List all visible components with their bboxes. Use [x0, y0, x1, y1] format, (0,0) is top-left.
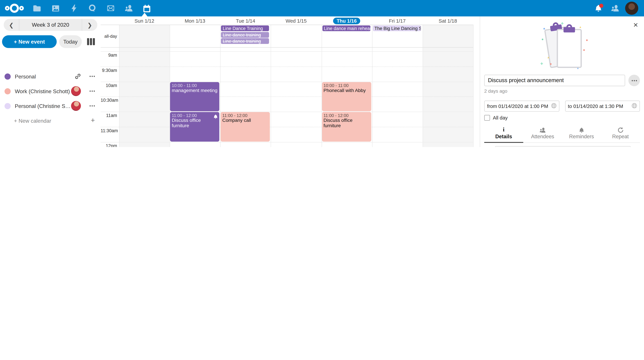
editor-tabs: iDetailsAttendeesRemindersRepeat [484, 125, 640, 143]
mail-app-icon[interactable] [105, 3, 116, 13]
end-datetime-value: to 01/14/2020 at 1:30 PM [568, 103, 632, 109]
tab-label: Reminders [562, 134, 601, 139]
all-day-label: all-day [100, 34, 117, 38]
all-day-event[interactable]: Line dance main rehearsal [322, 25, 370, 31]
day-header[interactable]: Wed 1/15 [271, 17, 322, 24]
activity-app-icon[interactable] [68, 3, 79, 13]
timezone-globe-icon[interactable] [632, 103, 637, 109]
tab-details[interactable]: iDetails [484, 125, 523, 142]
calendar-app-icon[interactable] [141, 3, 152, 13]
all-day-event[interactable]: The Big Line Dancing Show [373, 25, 421, 31]
active-app-indicator [142, 13, 148, 16]
contacts-app-icon[interactable] [123, 3, 134, 13]
calendar-name-label: Personal [15, 73, 36, 79]
timezone-globe-icon[interactable] [551, 103, 556, 109]
calendar-event[interactable]: 11:00 - 12:00Discuss office furniture [170, 112, 219, 141]
end-datetime-field[interactable]: to 01/14/2020 at 1:30 PM [565, 101, 640, 112]
all-day-checkbox[interactable] [484, 115, 490, 121]
calendar-list-item[interactable]: Personal (Christine Schott) [0, 98, 100, 113]
time-label: 12pm [100, 143, 117, 147]
event-title-label: management meeting [172, 88, 218, 93]
location-input[interactable]: Add a location [495, 146, 631, 147]
calendar-name-label: Personal (Christine Schott) [15, 103, 72, 109]
next-week-button[interactable]: ❯ [82, 22, 98, 28]
notification-badge [599, 3, 603, 7]
calendar-name-label: Work (Christine Schott) [15, 88, 70, 94]
calendar-event[interactable]: 11:00 - 12:00Discuss office furniture [322, 112, 371, 141]
week-label[interactable]: Week 3 of 2020 [19, 19, 82, 31]
event-editor-panel: ✕ [480, 16, 644, 147]
nextcloud-logo-icon[interactable] [4, 3, 24, 13]
tab-reminders[interactable]: Reminders [562, 125, 601, 142]
time-label: 9:30am [100, 68, 117, 72]
day-header[interactable]: Thu 1/16 [321, 17, 372, 24]
tab-label: Details [484, 134, 523, 139]
event-actions-menu-button[interactable] [628, 75, 640, 86]
all-day-event[interactable]: Line dance training [221, 32, 269, 37]
event-title-label: Phonecall with Abby [324, 88, 370, 93]
day-header[interactable]: Mon 1/13 [170, 17, 220, 24]
calendar-color-dot [4, 88, 11, 94]
day-header[interactable]: Fri 1/17 [372, 17, 422, 24]
plus-icon: + [91, 117, 95, 125]
calendar-actions-menu-icon[interactable] [90, 76, 95, 77]
all-day-event[interactable]: Line dance training [221, 38, 269, 44]
day-header[interactable]: Sat 1/18 [422, 17, 473, 24]
calendar-list-item[interactable]: Work (Christine Schott) [0, 84, 100, 98]
column-divider [473, 25, 474, 147]
new-calendar-button[interactable]: + New calendar+ [0, 113, 100, 128]
time-label: 10am [100, 83, 117, 88]
contacts-menu-icon[interactable] [610, 3, 620, 13]
event-title-label: Discuss office furniture [172, 118, 218, 129]
share-link-icon[interactable] [75, 73, 81, 79]
event-title-label: Company call [222, 118, 268, 123]
close-icon[interactable]: ✕ [633, 21, 638, 29]
today-pill: Thu 1/16 [333, 17, 360, 24]
column-divider [271, 25, 271, 147]
column-divider [422, 25, 423, 147]
day-header[interactable]: Tue 1/14 [220, 17, 271, 24]
top-bar [0, 0, 644, 16]
event-time-label: 11:00 - 12:00 [222, 113, 268, 118]
owner-avatar[interactable] [71, 86, 81, 96]
view-toggle-icon[interactable] [87, 38, 95, 45]
new-calendar-label: + New calendar [14, 118, 51, 124]
start-datetime-field[interactable]: from 01/14/2020 at 1:00 PM [484, 101, 559, 112]
new-event-button[interactable]: + New event [2, 35, 57, 48]
photos-app-icon[interactable] [50, 3, 61, 13]
column-divider [372, 25, 372, 147]
event-time-label: 10:00 - 11:00 [324, 83, 370, 88]
event-title-input[interactable]: Discuss project announcement [484, 75, 625, 86]
notifications-bell-icon[interactable] [593, 3, 604, 13]
weekend-shading [119, 25, 170, 147]
details-tab-icon: i [484, 127, 523, 133]
reminders-tab-icon [562, 127, 601, 133]
repeat-tab-icon [601, 127, 640, 133]
calendar-actions-menu-icon[interactable] [90, 90, 95, 92]
day-header[interactable]: Sun 1/12 [119, 17, 170, 24]
today-button[interactable]: Today [59, 35, 82, 48]
event-title-label: Discuss office furniture [324, 118, 370, 129]
event-time-label: 10:00 - 11:00 [172, 83, 218, 88]
files-app-icon[interactable] [32, 3, 42, 13]
talk-app-icon[interactable] [87, 3, 98, 13]
calendar-event[interactable]: 10:00 - 11:00management meeting [170, 82, 219, 111]
nextcloud-calendar-app: ❮ Week 3 of 2020 ❯ + New event Today Per… [0, 0, 644, 147]
calendar-event[interactable]: 10:00 - 11:00Phonecall with Abby [322, 82, 371, 111]
tab-attendees[interactable]: Attendees [523, 125, 562, 142]
last-modified-label: 2 days ago [484, 89, 640, 93]
event-time-label: 11:00 - 12:00 [324, 113, 370, 118]
all-day-event[interactable]: Line Dance Training [221, 25, 269, 31]
calendar-actions-menu-icon[interactable] [90, 105, 95, 106]
tab-repeat[interactable]: Repeat [601, 125, 640, 142]
owner-avatar[interactable] [71, 101, 81, 111]
tab-label: Attendees [523, 134, 562, 139]
calendar-list-item[interactable]: Personal [0, 69, 100, 84]
time-label: 11am [100, 113, 117, 118]
tab-label: Repeat [601, 134, 640, 139]
all-day-label: All day [493, 115, 508, 121]
calendar-event[interactable]: 11:00 - 12:00Company call [221, 112, 270, 141]
user-avatar[interactable] [625, 2, 638, 15]
column-divider [119, 25, 120, 147]
previous-week-button[interactable]: ❮ [4, 22, 19, 28]
